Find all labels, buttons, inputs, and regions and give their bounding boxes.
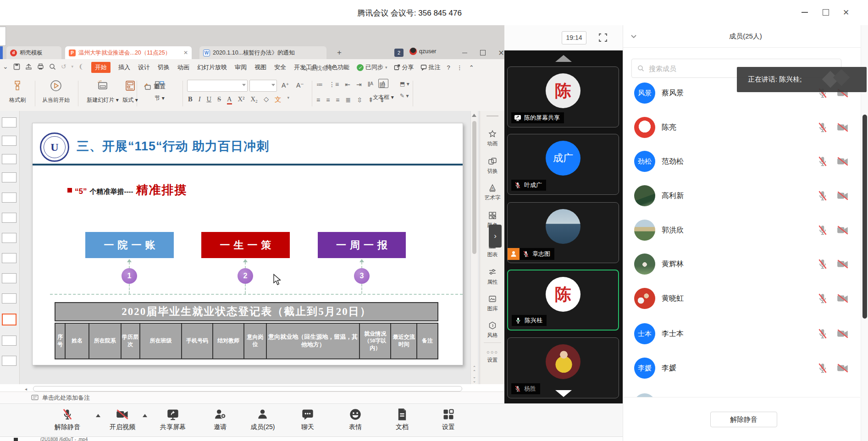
slide-thumbnail[interactable] xyxy=(2,213,17,223)
taskbar-item-label[interactable]: (2U1808 /6d0uT - .mp4 xyxy=(40,437,88,441)
slide-thumbnail-selected[interactable] xyxy=(2,314,17,325)
video-tile[interactable]: 成广 叶成广 xyxy=(507,134,619,195)
emoji-button[interactable]: 表情 xyxy=(349,408,362,431)
rail-properties[interactable]: 属性 xyxy=(480,268,505,286)
rail-gallery[interactable]: 图库 xyxy=(480,294,505,312)
ribbon-tab-design[interactable]: 设计 xyxy=(138,63,150,72)
format-painter-button[interactable]: 格式刷 xyxy=(0,79,37,104)
wps-minimize-button[interactable] xyxy=(458,48,471,58)
minimize-button[interactable] xyxy=(797,6,813,18)
wps-account[interactable]: qzuser xyxy=(409,48,437,55)
slide-thumbnail[interactable] xyxy=(2,253,17,263)
tab-presentation-active[interactable]: P 温州大学就业推进会...20（11点25） ✕ xyxy=(65,46,192,59)
ribbon-tab-transition[interactable]: 切换 xyxy=(158,63,170,72)
ribbon-tab-security[interactable]: 安全 xyxy=(274,63,286,72)
member-row[interactable]: 劲松 范劲松 xyxy=(623,151,860,172)
video-tile-active-speaker[interactable]: 陈 陈兴桂 xyxy=(507,270,619,331)
documents-button[interactable]: 文档 xyxy=(396,408,409,431)
slide-thumbnail[interactable] xyxy=(2,193,17,203)
slide-thumbnail[interactable] xyxy=(2,154,17,164)
camera-off-icon[interactable] xyxy=(836,224,849,236)
mic-muted-icon[interactable] xyxy=(817,292,829,304)
wps-maximize-button[interactable] xyxy=(476,48,490,58)
align-center-button[interactable]: ≡ xyxy=(326,96,330,104)
font-size-select[interactable] xyxy=(249,80,277,92)
scrollbar-thumb[interactable] xyxy=(862,115,867,319)
scroll-left-icon[interactable]: ◂ xyxy=(25,386,27,391)
ribbon-tab-animation[interactable]: 动画 xyxy=(177,63,189,72)
mic-muted-icon[interactable] xyxy=(817,258,829,270)
print-icon[interactable] xyxy=(37,63,44,70)
collapse-ribbon-icon[interactable]: ⌃ xyxy=(469,64,474,71)
slide-thumbnail-panel[interactable] xyxy=(0,111,20,384)
member-row[interactable]: 黄晓虹 xyxy=(623,288,860,309)
undo-caret-icon[interactable]: ▾ xyxy=(71,64,73,69)
slide-thumbnail[interactable] xyxy=(2,117,17,127)
chat-button[interactable]: 聊天 xyxy=(301,408,314,431)
mic-muted-icon[interactable] xyxy=(817,155,829,167)
share-button[interactable]: 分享 xyxy=(394,63,414,72)
start-video-button[interactable]: 开启视频 xyxy=(110,408,135,431)
comment-button[interactable]: 批注 xyxy=(420,63,441,72)
camera-off-icon[interactable] xyxy=(836,292,849,304)
video-options-caret[interactable] xyxy=(143,414,147,417)
slide-thumbnail[interactable] xyxy=(2,233,17,243)
increase-font-button[interactable]: A⁺ xyxy=(282,82,289,89)
slide-thumbnail[interactable] xyxy=(2,336,17,346)
video-tile[interactable]: 章志图 xyxy=(507,202,619,263)
tab-close-icon[interactable]: ✕ xyxy=(183,50,188,56)
notes-bar[interactable]: 单击此处添加备注 xyxy=(0,391,504,403)
superscript-button[interactable]: X² xyxy=(238,95,245,105)
member-row[interactable]: 高利新 xyxy=(623,185,860,206)
decrease-font-button[interactable]: A⁻ xyxy=(296,82,304,89)
print-preview-icon[interactable] xyxy=(49,63,56,70)
slide-horizontal-scrollbar[interactable] xyxy=(33,386,462,391)
outline-color-button[interactable]: ✎ ▾ xyxy=(400,93,409,99)
undo-icon[interactable]: ↺ xyxy=(61,63,66,70)
members-list[interactable]: 风景 蔡风景 陈亮 劲松 范劲松 高利新 xyxy=(623,78,860,397)
slide-vertical-scrollbar[interactable]: ⌃⌃ ⌄⌄ xyxy=(470,111,478,384)
prev-slide-button[interactable]: ⌃⌃ xyxy=(471,366,477,374)
fill-color-button[interactable]: ⬒ ▾ xyxy=(400,81,409,87)
rail-transition[interactable]: 切换 xyxy=(480,157,505,175)
camera-off-icon[interactable] xyxy=(836,258,849,270)
slide-thumbnail[interactable] xyxy=(2,356,17,366)
next-slide-button[interactable]: ⌄⌄ xyxy=(471,375,477,383)
rail-animation[interactable]: 动画 xyxy=(480,129,505,147)
more-icon[interactable]: ⋮ xyxy=(457,64,463,71)
chevron-down-icon[interactable]: ⌄ xyxy=(3,63,8,70)
scroll-videos-down-icon[interactable] xyxy=(555,390,572,397)
member-row[interactable]: 黄辉林 xyxy=(623,254,860,275)
decrease-indent-button[interactable]: ⇤ xyxy=(345,81,350,88)
video-tile[interactable]: 杨胜 xyxy=(507,337,619,398)
scroll-videos-up-icon[interactable] xyxy=(555,55,572,62)
justify-button[interactable]: ≣ xyxy=(346,96,351,104)
camera-off-icon[interactable] xyxy=(836,155,849,167)
bullet-list-button[interactable]: ≔ xyxy=(316,81,323,88)
member-row[interactable]: 郭洪欣 xyxy=(623,220,860,241)
underline-button[interactable]: U xyxy=(207,95,211,105)
camera-off-icon[interactable] xyxy=(836,121,849,133)
settings-button[interactable]: 设置 xyxy=(442,408,455,431)
rail-wordart[interactable]: A 艺术字 xyxy=(480,183,505,201)
ribbon-tab-slideshow[interactable]: 幻灯片放映 xyxy=(197,63,227,72)
ribbon-tab-insert[interactable]: 插入 xyxy=(118,63,130,72)
output-icon[interactable] xyxy=(25,63,32,70)
camera-off-icon[interactable] xyxy=(836,328,849,340)
member-row[interactable]: 李媛 李媛 xyxy=(623,358,860,379)
slide-thumbnail[interactable] xyxy=(2,273,17,283)
video-tile-screenshare[interactable]: 陈 陈的屏幕共享 xyxy=(507,66,619,127)
rail-handle[interactable] xyxy=(487,116,498,116)
scrollbar-thumb[interactable] xyxy=(472,121,476,254)
font-family-select[interactable] xyxy=(187,80,248,92)
align-left-button[interactable]: ≡ xyxy=(316,96,320,104)
rail-style[interactable]: 风格 xyxy=(480,321,505,339)
slide-thumbnail[interactable] xyxy=(2,136,17,146)
italic-button[interactable]: I xyxy=(199,95,201,105)
members-button[interactable]: 成员(25) xyxy=(251,408,275,431)
member-row[interactable]: 陈亮 xyxy=(623,117,860,138)
rail-settings[interactable]: ○○○ 设置 xyxy=(480,349,505,364)
help-icon[interactable]: ? xyxy=(447,64,450,71)
scroll-up-icon[interactable] xyxy=(472,114,476,117)
maximize-button[interactable] xyxy=(818,6,834,18)
